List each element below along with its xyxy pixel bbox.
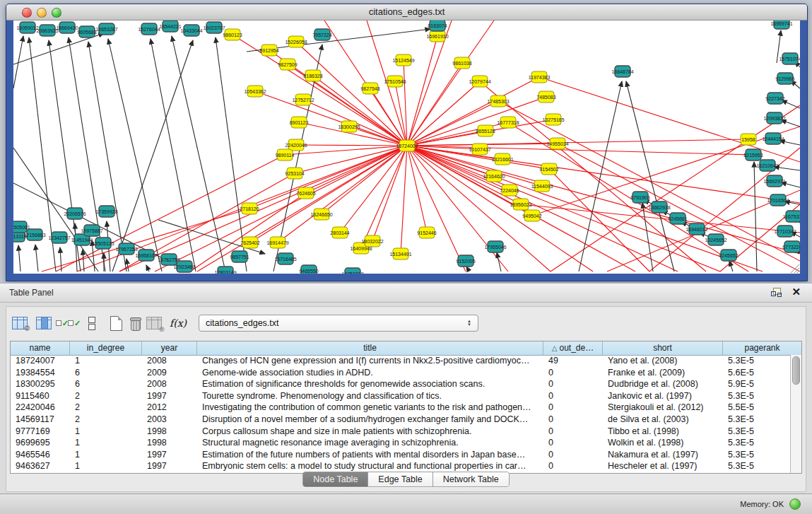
edge[interactable]: [466, 267, 469, 271]
node[interactable]: 8163074: [428, 21, 447, 31]
selected-node[interactable]: 12079744: [469, 76, 490, 87]
node[interactable]: 20663925: [36, 25, 58, 36]
selected-node[interactable]: 18300295: [338, 121, 360, 132]
table-row[interactable]: 977716911998Corpus callosum shape and si…: [11, 426, 791, 438]
node[interactable]: 6773224: [782, 241, 800, 252]
scrollbar-thumb[interactable]: [792, 356, 800, 385]
node[interactable]: 13662938: [648, 201, 670, 213]
selected-edge[interactable]: [401, 146, 407, 254]
edge[interactable]: [75, 223, 77, 271]
selected-edge[interactable]: [407, 146, 551, 271]
node[interactable]: 17955046: [484, 241, 506, 252]
selected-node[interactable]: 18956023: [510, 199, 531, 210]
node[interactable]: 15716485: [274, 253, 296, 264]
selected-node[interactable]: 9152446: [417, 227, 436, 238]
node[interactable]: 12093832: [763, 112, 785, 124]
column-header-in_degree[interactable]: in_degree: [70, 341, 142, 355]
selected-node[interactable]: 9890114: [276, 149, 295, 160]
node[interactable]: 15751074: [779, 53, 800, 64]
selected-node[interactable]: 16246650: [310, 209, 332, 220]
column-header-name[interactable]: name: [11, 341, 70, 355]
node[interactable]: 9465550: [299, 265, 318, 274]
selected-node[interactable]: 9253104: [285, 168, 304, 179]
column-header-year[interactable]: year: [142, 341, 197, 355]
node[interactable]: 13505135: [92, 238, 114, 249]
node[interactable]: 12923468: [173, 261, 195, 272]
selected-edge[interactable]: [407, 146, 763, 271]
selected-node[interactable]: 7624605: [296, 187, 315, 199]
table-settings-icon[interactable]: ⚙: [9, 314, 30, 332]
show-column-icon[interactable]: [33, 314, 54, 332]
tab-node-table[interactable]: Node Table: [303, 472, 368, 486]
selected-node[interactable]: 15226058: [285, 36, 307, 47]
selected-node[interactable]: 15958: [741, 134, 756, 145]
select-rows-icon[interactable]: ✓✓: [57, 314, 78, 332]
selected-edge[interactable]: [407, 146, 466, 271]
edge[interactable]: [35, 245, 38, 271]
node[interactable]: 9857751: [230, 251, 249, 262]
selected-node[interactable]: 9827548: [360, 83, 379, 94]
node[interactable]: 10653287: [95, 23, 117, 35]
table-row[interactable]: 1830029562008Estimation of significance …: [11, 378, 791, 390]
table-row[interactable]: 911546021997Tourette syndrome. Phenomeno…: [11, 390, 791, 402]
selected-node[interactable]: 17485303: [487, 95, 509, 107]
function-builder-icon[interactable]: f(x): [167, 314, 189, 332]
selected-node[interactable]: 9861038: [452, 57, 471, 69]
table-row[interactable]: 946362711997Embryonic stem cells: a mode…: [11, 460, 791, 472]
edge[interactable]: [83, 250, 84, 271]
selected-node[interactable]: 10107437: [469, 144, 490, 155]
selected-edge[interactable]: [551, 105, 800, 271]
edge[interactable]: [779, 141, 800, 145]
table-row[interactable]: 1456911722003Disruption of a novel membe…: [11, 414, 791, 426]
memory-ok-indicator[interactable]: [789, 498, 801, 510]
node[interactable]: 10975887: [81, 225, 102, 236]
selected-node[interactable]: 7625402: [240, 237, 259, 248]
selected-node[interactable]: 18724007: [396, 140, 418, 151]
selected-node[interactable]: 9154502: [539, 163, 558, 175]
node[interactable]: 9152005: [456, 255, 475, 267]
node[interactable]: 12156863: [23, 229, 45, 240]
column-header-title[interactable]: title: [197, 341, 543, 355]
column-header-short[interactable]: short: [603, 341, 723, 355]
selected-node[interactable]: 8186328: [303, 70, 322, 81]
node[interactable]: 17016504: [767, 194, 789, 206]
selected-node[interactable]: 17510546: [384, 76, 406, 87]
node[interactable]: 9227342: [765, 93, 784, 104]
node[interactable]: 18669430: [56, 22, 78, 33]
node[interactable]: 16946012: [686, 223, 707, 235]
edge[interactable]: [13, 148, 98, 271]
node[interactable]: 14752218: [341, 268, 363, 274]
selected-edge[interactable]: [404, 60, 407, 146]
selected-node[interactable]: 15134491: [389, 248, 411, 259]
edge[interactable]: [781, 120, 800, 127]
delete-icon[interactable]: [129, 317, 141, 330]
table-row[interactable]: 1872400712008Changes of HCN gene express…: [11, 355, 791, 367]
edge[interactable]: [13, 36, 23, 88]
selected-node[interactable]: 12164620: [483, 170, 505, 182]
node[interactable]: 16059012: [16, 22, 38, 33]
selected-node[interactable]: 13216601: [491, 153, 513, 165]
table-select-dropdown[interactable]: citations_edges.txt ▲▼: [199, 315, 478, 332]
selected-edge[interactable]: [255, 91, 407, 146]
selected-node[interactable]: 16961910: [426, 30, 448, 42]
selected-edge[interactable]: [539, 77, 800, 162]
edge[interactable]: [146, 265, 149, 271]
tab-network-table[interactable]: Network Table: [433, 472, 509, 486]
node[interactable]: 10433044: [180, 25, 202, 36]
selected-node[interactable]: 10543362: [244, 86, 266, 97]
node[interactable]: 9129966: [775, 73, 794, 84]
selected-edge[interactable]: [508, 122, 748, 271]
resize-handle-icon[interactable]: [788, 262, 799, 273]
node[interactable]: 17359928: [95, 206, 117, 217]
selected-node[interactable]: 8912954: [259, 45, 278, 56]
selected-node[interactable]: 15124549: [392, 54, 414, 66]
node[interactable]: 17957253: [115, 243, 137, 255]
edge[interactable]: [108, 39, 162, 271]
selected-edge[interactable]: [407, 146, 510, 190]
selected-node[interactable]: 14955034: [546, 138, 568, 149]
edge[interactable]: [754, 162, 757, 271]
selected-edge[interactable]: [407, 97, 546, 146]
selected-node[interactable]: 9827509: [278, 59, 297, 70]
selected-node[interactable]: 7485083: [536, 91, 555, 103]
node[interactable]: 12444154: [762, 133, 784, 144]
